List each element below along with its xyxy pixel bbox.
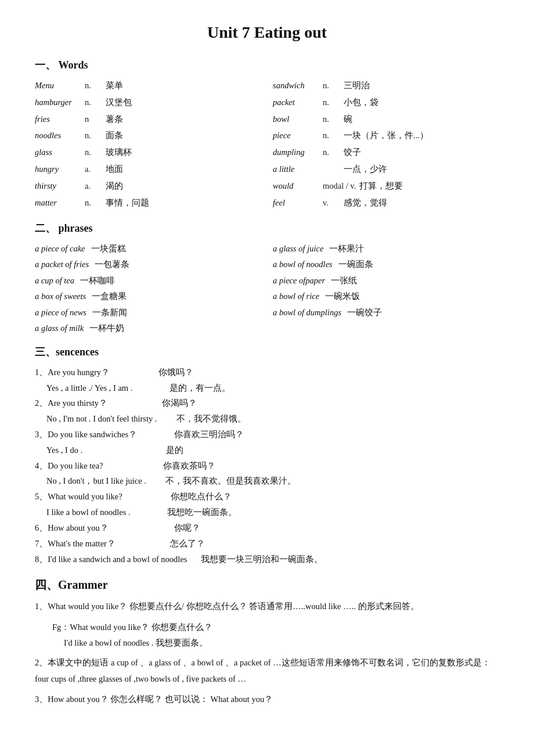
word-row-bowl: bowl n. 碗 [273,111,499,127]
word-row-would: would modal / v. 打算，想要 [273,178,499,194]
word-row-feel: feel v. 感觉，觉得 [273,195,499,211]
sentence-item-sub: Yes , a little ./ Yes , I am . 是的，有一点。 [35,380,499,396]
phrase-row: a bowl of noodles 一碗面条 [273,257,499,273]
phrase-row: a box of sweets 一盒糖果 [35,289,261,305]
phrase-row: a glass of juice 一杯果汁 [273,241,499,257]
sentence-item: 2、Are you thirsty？ 你渴吗？ [35,395,499,411]
phrases-grid: a piece of cake 一块蛋糕 a glass of juice 一杯… [35,241,499,337]
grammar-item: 1、What would you like？ 你想要点什么/ 你想吃点什么？ 答… [35,599,499,615]
section-words-header: 一、 Words [35,58,499,72]
word-row-menu: Menu n. 菜单 [35,78,261,93]
grammar-item-sub: Fg：What would you like？ 你想要点什么？ I'd like… [35,620,499,651]
sentences-section: 1、Are you hungry？ 你饿吗？ Yes , a little ./… [35,365,499,567]
word-row-packet: packet n. 小包，袋 [273,95,499,110]
phrase-row: a bowl of dumplings 一碗饺子 [273,305,499,321]
section-sentences-header: 三、sencences [35,345,499,359]
word-row-fries: fries n 薯条 [35,111,261,127]
words-grid: Menu n. 菜单 sandwich n. 三明治 hamburger n. … [35,78,499,211]
sentence-item: 6、How about you？ 你呢？ [35,520,499,536]
phrase-row-empty [273,321,499,337]
sentence-item-sub: I like a bowl of noodles . 我想吃一碗面条。 [35,505,499,520]
sentence-item: 7、What's the matter？ 怎么了？ [35,536,499,552]
phrase-row: a bowl of rice 一碗米饭 [273,289,499,305]
phrase-row: a piece ofpaper 一张纸 [273,273,499,289]
word-row-hamburger: hamburger n. 汉堡包 [35,95,261,110]
phrase-row: a piece of cake 一块蛋糕 [35,241,261,257]
sentence-item-sub: No , I'm not . I don't feel thirsty . 不，… [35,411,499,427]
section-phrases-header: 二、 phrases [35,221,499,235]
sentence-item: 3、Do you like sandwiches？ 你喜欢三明治吗？ [35,427,499,442]
word-row-sandwich: sandwich n. 三明治 [273,78,499,93]
word-row-thirsty: thirsty a. 渴的 [35,178,261,194]
page-title: Unit 7 Eating out [35,23,499,42]
grammar-section: 1、What would you like？ 你想要点什么/ 你想吃点什么？ 答… [35,599,499,707]
phrase-row: a glass of milk 一杯牛奶 [35,321,261,337]
word-row-piece: piece n. 一块（片，张，件...） [273,128,499,143]
word-row-hungry: hungry a. 地面 [35,161,261,177]
grammar-item: 2、本课文中的短语 a cup of 、a glass of 、a bowl o… [35,655,499,687]
sentence-item-sub: Yes , I do . 是的 [35,442,499,458]
section-grammar-header: 四、Grammer [35,577,499,593]
word-row-matter: matter n. 事情，问题 [35,195,261,211]
sentence-item: 5、What would you like? 你想吃点什么？ [35,489,499,505]
sentence-item-sub: No , I don't，but I like juice . 不，我不喜欢。但… [35,473,499,489]
phrase-row: a packet of fries 一包薯条 [35,257,261,273]
word-row-dumpling: dumpling n. 饺子 [273,145,499,160]
phrase-row: a cup of tea 一杯咖啡 [35,273,261,289]
grammar-item: 3、How about you？ 你怎么样呢？ 也可以说： What about… [35,692,499,708]
phrase-row: a piece of news 一条新闻 [35,305,261,321]
word-row-noodles: noodles n. 面条 [35,128,261,143]
word-row-a-little: a little 一点，少许 [273,161,499,177]
sentence-item: 8、I'd like a sandwich and a bowl of nood… [35,552,499,567]
sentence-item: 1、Are you hungry？ 你饿吗？ [35,365,499,380]
sentence-item: 4、Do you like tea? 你喜欢茶吗？ [35,458,499,474]
word-row-glass: glass n. 玻璃杯 [35,145,261,160]
